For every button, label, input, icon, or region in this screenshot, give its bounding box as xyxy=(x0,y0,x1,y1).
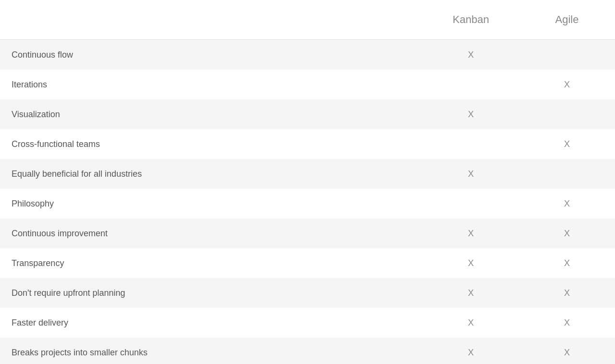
row-agile-cell: X xyxy=(519,71,615,98)
table-row: Continuous improvementXX xyxy=(0,218,615,248)
row-agile-cell: X xyxy=(519,190,615,218)
row-kanban-cell: X xyxy=(423,279,519,307)
row-agile-cell: X xyxy=(519,131,615,158)
row-label: Visualization xyxy=(0,101,423,128)
row-agile-cell: X xyxy=(519,250,615,277)
row-agile-cell xyxy=(519,106,615,123)
table-body: Continuous flowXIterationsXVisualization… xyxy=(0,40,615,364)
row-label: Continuous flow xyxy=(0,41,423,69)
row-kanban-cell xyxy=(423,76,519,93)
row-label: Transparency xyxy=(0,250,423,277)
row-label: Iterations xyxy=(0,71,423,98)
table-row: Cross-functional teamsX xyxy=(0,129,615,159)
row-kanban-cell: X xyxy=(423,339,519,364)
table-row: Equally beneficial for all industriesX xyxy=(0,159,615,189)
row-label: Don't require upfront planning xyxy=(0,279,423,307)
row-kanban-cell xyxy=(423,195,519,212)
row-kanban-cell: X xyxy=(423,250,519,277)
row-kanban-cell: X xyxy=(423,41,519,69)
row-agile-cell: X xyxy=(519,339,615,364)
row-label: Breaks projects into smaller chunks xyxy=(0,339,423,364)
header-feature xyxy=(0,8,423,32)
row-kanban-cell: X xyxy=(423,220,519,247)
row-agile-cell xyxy=(519,46,615,63)
row-kanban-cell: X xyxy=(423,160,519,188)
row-kanban-cell: X xyxy=(423,101,519,128)
table-row: IterationsX xyxy=(0,70,615,99)
row-kanban-cell: X xyxy=(423,309,519,337)
row-agile-cell: X xyxy=(519,309,615,337)
row-kanban-cell xyxy=(423,135,519,153)
table-header: Kanban Agile xyxy=(0,0,615,40)
header-agile: Agile xyxy=(519,8,615,32)
table-row: Breaks projects into smaller chunksXX xyxy=(0,338,615,364)
row-label: Continuous improvement xyxy=(0,220,423,247)
row-agile-cell: X xyxy=(519,279,615,307)
row-label: Cross-functional teams xyxy=(0,131,423,158)
comparison-table: Kanban Agile Continuous flowXIterationsX… xyxy=(0,0,615,364)
row-label: Philosophy xyxy=(0,190,423,218)
row-label: Equally beneficial for all industries xyxy=(0,160,423,188)
table-row: TransparencyXX xyxy=(0,248,615,278)
row-agile-cell xyxy=(519,165,615,182)
table-row: PhilosophyX xyxy=(0,189,615,218)
row-label: Faster delivery xyxy=(0,309,423,337)
table-row: Faster deliveryXX xyxy=(0,308,615,338)
table-row: Continuous flowX xyxy=(0,40,615,70)
table-row: Don't require upfront planningXX xyxy=(0,278,615,308)
table-row: VisualizationX xyxy=(0,99,615,129)
header-kanban: Kanban xyxy=(423,8,519,32)
row-agile-cell: X xyxy=(519,220,615,247)
